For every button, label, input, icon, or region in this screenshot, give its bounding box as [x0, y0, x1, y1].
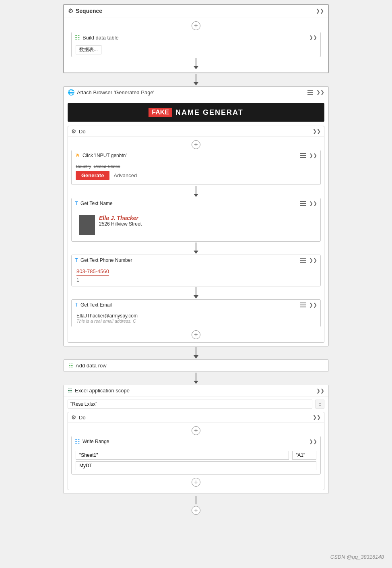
- browse-btn[interactable]: □: [316, 400, 324, 408]
- connector-6: [63, 372, 329, 385]
- add-row-icon: ☷: [68, 363, 73, 369]
- write-range-row2: [76, 461, 316, 470]
- do-block-1: ⚙ Do ❯❯ +: [68, 126, 324, 343]
- preview-name: NAME GENERAT: [175, 108, 243, 117]
- get-email-hamburger[interactable]: [300, 303, 306, 307]
- email-sub: This is a real email address. C: [76, 319, 316, 323]
- avatar: [79, 215, 95, 235]
- fake-badge: FAKE: [149, 108, 172, 117]
- connector-2: [71, 185, 321, 198]
- connector-after-seq: [63, 73, 329, 86]
- get-email-collapse[interactable]: ❯❯: [309, 302, 317, 308]
- get-text-name-block: T Get Text Name ❯❯: [71, 198, 321, 242]
- add-step-btn[interactable]: +: [192, 21, 200, 30]
- write-range-header: ☷ Write Range ❯❯: [72, 436, 320, 447]
- build-data-table-body: 数据表...: [72, 43, 320, 57]
- plus-icon: +: [194, 22, 198, 29]
- click-input-header: 🖱 Click 'INPUT genbtn' ❯❯: [72, 150, 320, 160]
- get-text-name-icon: T: [75, 200, 78, 206]
- country-row: Country United States: [76, 164, 316, 169]
- top-connector: +: [68, 20, 324, 32]
- write-collapse-icon[interactable]: ❯❯: [309, 439, 317, 444]
- get-text-email-header: T Get Text Email ❯❯: [72, 300, 320, 310]
- write-icon: ☷: [75, 438, 80, 445]
- do-label-2: Do: [79, 415, 86, 421]
- globe-icon: 🌐: [68, 89, 74, 95]
- do-header-2: ⚙ Do ❯❯: [68, 412, 324, 423]
- add-step-btn-5[interactable]: +: [192, 478, 200, 487]
- plus-icon-final: +: [194, 507, 198, 514]
- click-collapse-icon[interactable]: ❯❯: [309, 153, 317, 158]
- get-name-hamburger[interactable]: [300, 201, 306, 206]
- do-collapse-1[interactable]: ❯❯: [313, 129, 321, 134]
- cell-input[interactable]: [292, 451, 316, 460]
- excel-path-input[interactable]: [68, 400, 312, 408]
- connector-5: [63, 346, 329, 359]
- do-collapse-2[interactable]: ❯❯: [313, 415, 321, 420]
- sequence-icon: ⚙: [68, 7, 73, 15]
- name-result: Ella J. Thacker 2526 Hillview Street: [76, 211, 316, 238]
- add-final-step-btn[interactable]: +: [192, 506, 200, 515]
- get-text-email-label: Get Text Email: [80, 302, 112, 308]
- excel-collapse-icon[interactable]: ❯❯: [316, 388, 324, 394]
- sequence-collapse-icon[interactable]: ❯❯: [316, 8, 324, 14]
- sequence-label: Sequence: [76, 8, 102, 14]
- browser-preview: FAKE NAME GENERAT: [68, 103, 324, 122]
- get-text-phone-header: T Get Text Phone Number ❯❯: [72, 255, 320, 265]
- sheet-input[interactable]: [76, 451, 289, 460]
- attach-browser-block: 🌐 Attach Browser 'Generatea Page' ❯❯ FAK…: [63, 86, 329, 346]
- generate-button[interactable]: Generate: [76, 171, 109, 180]
- generate-row: Generate Advanced: [76, 171, 316, 180]
- write-range-row1: [76, 451, 316, 460]
- build-collapse-icon[interactable]: ❯❯: [309, 35, 317, 40]
- plus-icon-5: +: [194, 479, 198, 486]
- get-text-phone-label: Get Text Phone Number: [80, 257, 132, 263]
- connector-1: [68, 57, 324, 70]
- country-label: Country: [76, 164, 91, 169]
- sequence-header: ⚙ Sequence ❯❯: [64, 5, 328, 17]
- add-data-row-label: Add data row: [76, 363, 324, 369]
- do-icon-2: ⚙: [71, 414, 76, 421]
- get-text-phone-block: T Get Text Phone Number ❯❯: [71, 255, 321, 286]
- add-step-btn-3[interactable]: +: [192, 330, 200, 339]
- data-table-value: 数据表...: [76, 45, 101, 54]
- plus-icon-2: +: [194, 141, 198, 148]
- data-input[interactable]: [76, 461, 316, 470]
- do-block-2: ⚙ Do ❯❯ +: [68, 412, 324, 490]
- get-text-name-label: Get Text Name: [80, 201, 113, 206]
- email-address: EllaJThacker@armyspy.com: [76, 313, 316, 319]
- country-value: United States: [94, 164, 120, 169]
- phone-number: 803-785-4560: [76, 268, 109, 276]
- get-phone-collapse[interactable]: ❯❯: [309, 257, 317, 263]
- get-name-collapse[interactable]: ❯❯: [309, 201, 317, 206]
- click-input-block: 🖱 Click 'INPUT genbtn' ❯❯: [71, 150, 321, 185]
- get-text-email-icon: T: [75, 302, 78, 308]
- advanced-label: Advanced: [113, 172, 137, 178]
- build-icon: ☷: [75, 34, 80, 41]
- hamburger-menu[interactable]: [307, 90, 313, 95]
- plus-icon-4: +: [194, 427, 198, 434]
- phone-sub: 1: [76, 277, 316, 283]
- attach-collapse-icon[interactable]: ❯❯: [316, 89, 324, 95]
- excel-scope-block: ☷ Excel application scope ❯❯ □ ⚙: [63, 385, 329, 494]
- connector-3: [71, 242, 321, 255]
- address-text: 2526 Hillview Street: [99, 221, 142, 227]
- write-range-label: Write Range: [83, 439, 109, 444]
- get-phone-hamburger[interactable]: [300, 258, 306, 263]
- do-header-1: ⚙ Do ❯❯: [68, 126, 324, 137]
- add-data-row-block: ☷ Add data row: [63, 359, 329, 372]
- build-data-table-block: ☷ Build data table ❯❯ 数据表...: [71, 32, 321, 57]
- get-text-phone-icon: T: [75, 257, 78, 263]
- plus-icon-3: +: [194, 331, 198, 338]
- name-text: Ella J. Thacker: [99, 215, 142, 221]
- click-hamburger[interactable]: [300, 153, 306, 158]
- phone-result: 803-785-4560 1: [76, 268, 316, 283]
- do-label-1: Do: [79, 129, 86, 135]
- watermark: CSDN @qq_38316148: [330, 554, 384, 560]
- browse-icon: □: [319, 402, 321, 406]
- build-data-table-label: Build data table: [83, 35, 119, 41]
- add-step-btn-2[interactable]: +: [192, 140, 200, 149]
- add-step-btn-4[interactable]: +: [192, 426, 200, 435]
- click-input-label: Click 'INPUT genbtn': [83, 153, 127, 158]
- excel-scope-label: Excel application scope: [75, 388, 130, 394]
